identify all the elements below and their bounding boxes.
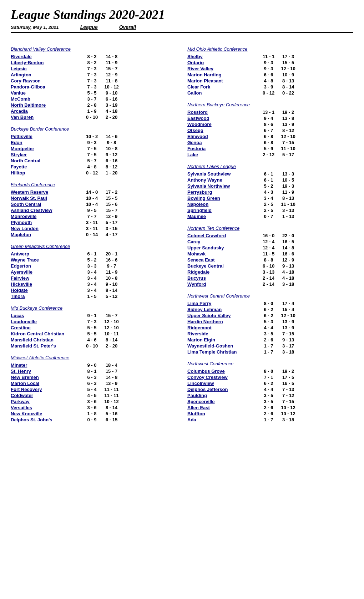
team-name[interactable]: Fostoria	[187, 146, 259, 151]
team-name[interactable]: Marion Local	[11, 381, 82, 386]
team-name[interactable]: Napoleon	[187, 202, 259, 207]
team-name[interactable]: Lake	[187, 152, 259, 157]
team-name[interactable]: Colonel Crawford	[187, 233, 259, 238]
team-name[interactable]: Shelby	[187, 54, 259, 59]
team-name[interactable]: Mapleton	[11, 232, 82, 237]
team-name[interactable]: Norwalk St. Paul	[11, 196, 82, 201]
team-name[interactable]: Ridgedale	[187, 269, 259, 275]
team-name[interactable]: Western Reserve	[11, 189, 82, 195]
team-name[interactable]: Otsego	[187, 128, 259, 133]
team-name[interactable]: Fayette	[11, 164, 82, 169]
team-name[interactable]: Marion Elgin	[187, 337, 259, 342]
team-name[interactable]: Liberty-Benton	[11, 60, 82, 65]
team-name[interactable]: Lincolnview	[187, 381, 259, 386]
team-name[interactable]: Seneca East	[187, 257, 259, 263]
team-name[interactable]: Maumee	[187, 214, 259, 219]
team-name[interactable]: Marion Pleasant	[187, 78, 259, 83]
team-name[interactable]: Edgerton	[11, 263, 82, 269]
team-name[interactable]: Van Buren	[11, 115, 82, 120]
team-name[interactable]: Genoa	[187, 140, 259, 145]
team-name[interactable]: Ayersville	[11, 269, 82, 275]
team-name[interactable]: Sylvania Northview	[187, 183, 259, 189]
team-name[interactable]: Lima Perry	[187, 301, 259, 306]
team-name[interactable]: Loudonville	[11, 319, 82, 324]
team-name[interactable]: Anthony Wayne	[187, 177, 259, 183]
team-name[interactable]: River Valley	[187, 66, 259, 71]
team-name[interactable]: Kidron Central Christian	[11, 331, 82, 336]
team-name[interactable]: Upper Sandusky	[187, 245, 259, 250]
team-name[interactable]: Mohawk	[187, 251, 259, 257]
team-name[interactable]: Crestline	[11, 325, 82, 330]
team-name[interactable]: North Baltimore	[11, 102, 82, 108]
team-name[interactable]: Riverdale	[11, 54, 82, 59]
team-name[interactable]: Ontario	[187, 60, 259, 65]
team-name[interactable]: Mansfield Christian	[11, 337, 82, 342]
team-name[interactable]: Delphos St. John's	[11, 417, 82, 422]
team-name[interactable]: Paulding	[187, 393, 259, 398]
team-name[interactable]: Leipsic	[11, 66, 82, 71]
team-name[interactable]: Bluffton	[187, 411, 259, 416]
team-name[interactable]: New Knoxville	[11, 411, 82, 416]
team-name[interactable]: Ashland Crestview	[11, 208, 82, 213]
team-name[interactable]: St. Henry	[11, 369, 82, 374]
team-name[interactable]: Cory-Rawson	[11, 78, 82, 83]
team-name[interactable]: Fort Recovery	[11, 387, 82, 392]
team-name[interactable]: Ada	[187, 417, 259, 422]
team-name[interactable]: Columbus Grove	[187, 369, 259, 374]
team-name[interactable]: Arlington	[11, 72, 82, 77]
team-name[interactable]: Pettisville	[11, 134, 82, 139]
team-name[interactable]: Edon	[11, 140, 82, 145]
team-name[interactable]: Mansfield St. Peter's	[11, 343, 82, 349]
team-name[interactable]: McComb	[11, 96, 82, 102]
team-name[interactable]: Parkway	[11, 399, 82, 404]
team-name[interactable]: Marion Harding	[187, 72, 259, 77]
team-name[interactable]: Plymouth	[11, 220, 82, 225]
team-name[interactable]: Wynford	[187, 281, 259, 287]
team-name[interactable]: Upper Scioto Valley	[187, 313, 259, 318]
team-name[interactable]: Hardin Northern	[187, 319, 259, 324]
team-name[interactable]: Carey	[187, 239, 259, 244]
team-name[interactable]: Spencerville	[187, 399, 259, 404]
team-name[interactable]: Vanlue	[11, 90, 82, 96]
team-name[interactable]: Wayne Trace	[11, 257, 82, 263]
team-name[interactable]: Stryker	[11, 152, 82, 157]
team-name[interactable]: Sidney Lehman	[187, 307, 259, 312]
team-name[interactable]: Buckeye Central	[187, 263, 259, 269]
team-name[interactable]: South Central	[11, 202, 82, 207]
team-name[interactable]: Pandora-Gilboa	[11, 84, 82, 90]
team-name[interactable]: Tinora	[11, 294, 82, 299]
team-name[interactable]: Minster	[11, 362, 82, 368]
team-name[interactable]: Rossford	[187, 110, 259, 115]
team-name[interactable]: Riverside	[187, 331, 259, 336]
team-name[interactable]: Bowling Green	[187, 196, 259, 201]
team-name[interactable]: Lucas	[11, 313, 82, 318]
team-name[interactable]: Convoy Crestview	[187, 375, 259, 380]
team-name[interactable]: Versailles	[11, 405, 82, 410]
team-name[interactable]: Monroeville	[11, 214, 82, 219]
team-name[interactable]: Hilltop	[11, 170, 82, 176]
team-name[interactable]: Eastwood	[187, 116, 259, 121]
team-name[interactable]: Arcadia	[11, 108, 82, 114]
team-name[interactable]: Sylvania Southview	[187, 171, 259, 177]
team-name[interactable]: Montpelier	[11, 146, 82, 151]
team-name[interactable]: Ridgemont	[187, 325, 259, 330]
team-name[interactable]: Clear Fork	[187, 84, 259, 90]
team-name[interactable]: Perrysburg	[187, 189, 259, 195]
team-name[interactable]: Antwerp	[11, 251, 82, 257]
team-name[interactable]: New Bremen	[11, 375, 82, 380]
team-name[interactable]: Allen East	[187, 405, 259, 410]
team-name[interactable]: Fairview	[11, 275, 82, 281]
team-name[interactable]: Galion	[187, 90, 259, 96]
team-name[interactable]: Hicksville	[11, 281, 82, 287]
team-name[interactable]: Waynesfield-Goshen	[187, 343, 259, 349]
team-name[interactable]: Woodmore	[187, 122, 259, 127]
team-name[interactable]: Elmwood	[187, 134, 259, 139]
team-name[interactable]: Holgate	[11, 288, 82, 293]
team-name[interactable]: Lima Temple Christian	[187, 349, 259, 355]
team-name[interactable]: Delphos Jefferson	[187, 387, 259, 392]
team-name[interactable]: Bucyrus	[187, 275, 259, 281]
team-name[interactable]: New London	[11, 226, 82, 231]
team-name[interactable]: Coldwater	[11, 393, 82, 398]
team-name[interactable]: Springfield	[187, 208, 259, 213]
team-name[interactable]: North Central	[11, 158, 82, 163]
